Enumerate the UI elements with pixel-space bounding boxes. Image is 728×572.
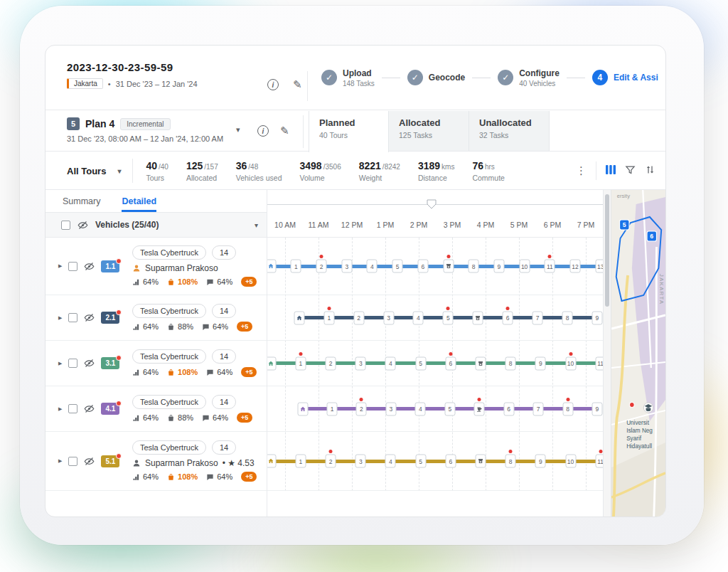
stop-6[interactable]: 6 <box>445 455 456 468</box>
expand-caret[interactable]: ▶ <box>58 315 62 321</box>
plan-info-icon[interactable]: i <box>257 125 269 137</box>
visibility-off-icon[interactable] <box>77 220 88 231</box>
stop-7[interactable]: 7 <box>532 311 543 324</box>
row-checkbox[interactable] <box>68 457 77 466</box>
tour-bar[interactable] <box>271 460 601 463</box>
visibility-off-icon[interactable] <box>84 403 95 414</box>
stop-9[interactable]: 9 <box>535 455 546 468</box>
tab-summary[interactable]: Summary <box>63 190 100 212</box>
stop-8[interactable]: 8 <box>505 455 516 468</box>
more-badge[interactable]: +5 <box>241 277 257 287</box>
visibility-off-icon[interactable] <box>84 261 95 272</box>
stop-5[interactable]: 5 <box>415 356 426 370</box>
home-stop[interactable] <box>294 311 304 324</box>
more-badge[interactable]: +5 <box>237 413 252 423</box>
stop-6[interactable]: 6 <box>503 402 514 415</box>
chevron-down-icon[interactable]: ▾ <box>255 221 258 229</box>
edit-note-icon[interactable]: ✎ <box>293 78 302 91</box>
expand-caret[interactable]: ▶ <box>58 263 62 269</box>
visibility-off-icon[interactable] <box>84 312 95 323</box>
stop-13[interactable]: 13 <box>595 260 604 273</box>
visibility-off-icon[interactable] <box>84 358 95 369</box>
task-count-chip[interactable]: 14 <box>212 304 236 318</box>
stop-2[interactable]: 2 <box>353 311 364 324</box>
vehicle-chip[interactable]: Tesla Cybertruck <box>132 304 206 318</box>
task-count-chip[interactable]: 14 <box>212 245 236 260</box>
scrollbar-thumb[interactable] <box>605 194 609 307</box>
step-configure[interactable]: ✓Configure40 Vehicles <box>498 68 560 88</box>
stop-10[interactable]: 10 <box>519 260 530 273</box>
row-checkbox[interactable] <box>68 359 77 368</box>
stop-3[interactable]: 3 <box>341 260 352 273</box>
tab-detailed[interactable]: Detailed <box>122 190 156 212</box>
tab-allocated[interactable]: Allocated125 Tasks <box>389 111 469 151</box>
tour-badge[interactable]: 2.1 <box>101 312 119 324</box>
home-stop[interactable] <box>267 455 276 468</box>
more-badge[interactable]: +5 <box>241 367 257 377</box>
select-all-checkbox[interactable] <box>61 221 70 230</box>
info-icon[interactable]: i <box>267 79 279 90</box>
home-stop[interactable] <box>267 356 276 370</box>
stop-10[interactable]: 10 <box>565 455 576 468</box>
stop-1[interactable]: 1 <box>291 260 301 273</box>
stop-2[interactable]: 2 <box>356 402 367 415</box>
map-university-marker[interactable] <box>643 403 653 413</box>
vehicle-chip[interactable]: Tesla Cybertruck <box>132 395 206 409</box>
task-count-chip[interactable]: 14 <box>212 440 236 455</box>
stop-2[interactable]: 2 <box>316 260 327 273</box>
stop-5[interactable]: 5 <box>443 311 454 324</box>
map-panel[interactable]: 5 6 ersity JAKARTA Universit I <box>611 190 665 517</box>
expand-caret[interactable]: ▶ <box>58 361 62 366</box>
expand-caret[interactable]: ▶ <box>58 458 62 464</box>
row-checkbox[interactable] <box>68 313 77 322</box>
vertical-scrollbar[interactable] <box>604 190 611 517</box>
store-stop[interactable] <box>475 356 486 370</box>
stop-1[interactable]: 1 <box>327 402 338 415</box>
tour-badge[interactable]: 5.1 <box>101 455 119 467</box>
stop-9[interactable]: 9 <box>592 311 602 324</box>
stop-1[interactable]: 1 <box>295 455 306 468</box>
slider-handle[interactable] <box>427 199 437 212</box>
stop-6[interactable]: 6 <box>503 311 513 324</box>
vehicle-chip[interactable]: Tesla Cybertruck <box>132 440 206 455</box>
plan-edit-icon[interactable]: ✎ <box>280 125 289 137</box>
stop-1[interactable]: 1 <box>323 311 334 324</box>
stop-9[interactable]: 9 <box>592 402 602 415</box>
home-stop[interactable] <box>297 402 308 415</box>
tab-unallocated[interactable]: Unallocated32 Tasks <box>469 111 550 151</box>
tour-badge[interactable]: 1.1 <box>101 260 119 272</box>
tab-planned[interactable]: Planned40 Tours <box>309 111 389 152</box>
stop-8[interactable]: 8 <box>505 356 516 370</box>
home-stop[interactable] <box>267 260 276 273</box>
stop-3[interactable]: 3 <box>383 311 394 324</box>
stop-9[interactable]: 9 <box>493 260 504 273</box>
filter-icon[interactable] <box>625 164 636 178</box>
stop-4[interactable]: 4 <box>415 402 426 415</box>
stop-4[interactable]: 4 <box>413 311 424 324</box>
cafe-stop[interactable] <box>474 402 485 415</box>
vehicle-chip[interactable]: Tesla Cybertruck <box>132 349 206 364</box>
sort-icon[interactable] <box>645 164 655 178</box>
map-marker-6[interactable]: 6 <box>647 231 656 241</box>
stop-2[interactable]: 2 <box>326 455 336 468</box>
stop-8[interactable]: 8 <box>562 402 573 415</box>
stop-5[interactable]: 5 <box>444 402 455 415</box>
visibility-off-icon[interactable] <box>84 456 95 467</box>
columns-icon[interactable] <box>606 164 616 177</box>
row-checkbox[interactable] <box>68 262 77 271</box>
task-count-chip[interactable]: 14 <box>212 349 236 364</box>
stop-10[interactable]: 10 <box>565 356 576 370</box>
stop-5[interactable]: 5 <box>415 455 426 468</box>
stop-12[interactable]: 12 <box>570 260 581 273</box>
stop-4[interactable]: 4 <box>385 455 396 468</box>
tour-badge[interactable]: 3.1 <box>101 357 119 369</box>
stop-3[interactable]: 3 <box>355 455 366 468</box>
tour-bar[interactable] <box>271 361 601 365</box>
more-badge[interactable]: +5 <box>241 472 257 482</box>
plan-dropdown-caret[interactable]: ▾ <box>236 125 240 134</box>
row-checkbox[interactable] <box>68 404 77 413</box>
vehicle-chip[interactable]: Tesla Cybertruck <box>132 245 206 260</box>
store-stop[interactable] <box>473 311 483 324</box>
stop-2[interactable]: 2 <box>326 356 336 370</box>
more-menu-icon[interactable]: ⋮ <box>576 164 587 177</box>
